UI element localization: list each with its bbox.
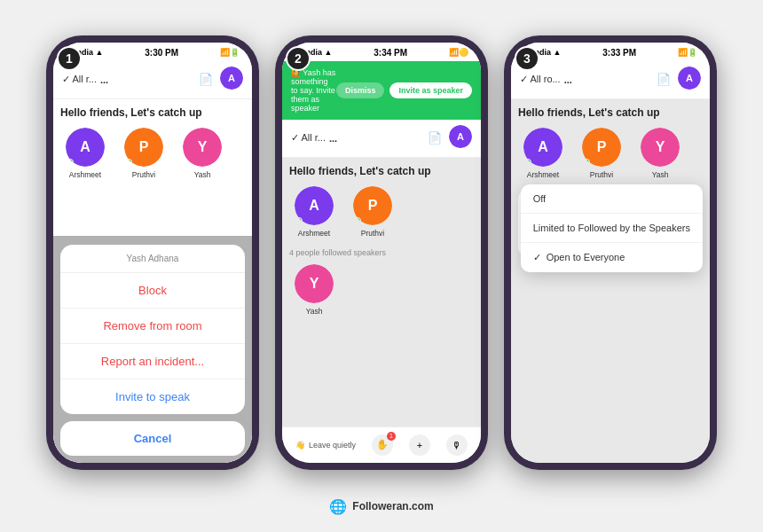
room-title-main-1: Hello friends, Let's catch up [60, 106, 245, 119]
phone-1-screen: vi India ▲ 3:30 PM 📶🔋 ✓ All r... ... 📄 A [53, 43, 252, 463]
step-badge-1: 1 [57, 46, 82, 71]
avatar: A [523, 128, 562, 167]
action-sheet-overlay-1: Yash Adhana Block Remove from room Repor… [53, 236, 252, 463]
block-action[interactable]: Block [60, 273, 245, 309]
speaker-name: Arshmeet [527, 170, 559, 179]
avatar: Y [295, 264, 334, 303]
user-avatar-1[interactable]: A [220, 66, 243, 90]
back-arrow-1[interactable]: ✓ All r... [62, 74, 97, 85]
listeners-grid-2: Y Yash [289, 264, 474, 316]
header-room-title-3: ... [564, 74, 657, 85]
phone-1-wrapper: 1 vi India ▲ 3:30 PM 📶🔋 ✓ All r... ... 📄… [46, 35, 259, 470]
phone-3: 3 vi India ▲ 3:33 PM 📶🔋 ✓ All ro... ... … [504, 35, 717, 470]
online-dot [295, 217, 303, 224]
header-icons-3: 📄 A [657, 66, 701, 93]
time-1: 3:30 PM [145, 48, 178, 58]
time-3: 3:33 PM [602, 48, 636, 58]
hand-raise-button[interactable]: ✋ 1 [372, 434, 393, 456]
invite-speak-action[interactable]: Invite to speak [60, 379, 245, 414]
list-item: Y Yash [177, 128, 227, 179]
speaker-name: Yash [306, 307, 323, 316]
mic-icon: 🎙 [452, 440, 461, 450]
leave-label: Leave quietly [309, 441, 356, 450]
phone-1: 1 vi India ▲ 3:30 PM 📶🔋 ✓ All r... ... 📄… [46, 35, 259, 470]
online-dot [125, 159, 132, 166]
add-person-button[interactable]: + [409, 434, 430, 456]
hand-icon: ✋ [376, 439, 389, 450]
online-dot [583, 159, 590, 166]
avatar: P [353, 186, 392, 225]
header-room-title-2: ... [329, 133, 428, 144]
avatar: A [66, 128, 105, 167]
invite-speaker-button[interactable]: Invite as speaker [389, 82, 472, 98]
bottom-bar-2: 👋 Leave quietly ✋ 1 + 🎙 [282, 426, 481, 463]
doc-icon-3[interactable]: 📄 [657, 73, 671, 86]
phone-3-wrapper: 3 vi India ▲ 3:33 PM 📶🔋 ✓ All ro... ... … [504, 35, 717, 470]
phones-container: 1 vi India ▲ 3:30 PM 📶🔋 ✓ All r... ... 📄… [28, 18, 735, 488]
speaker-name: Pruthvi [590, 170, 613, 179]
mic-button[interactable]: 🎙 [446, 434, 468, 456]
room-content-3: Hello friends, Let's catch up A Arshmeet… [511, 99, 710, 463]
list-item: P Pruthvi [348, 186, 397, 238]
action-sheet-1: Yash Adhana Block Remove from room Repor… [60, 245, 245, 414]
battery-3: 📶🔋 [678, 48, 697, 57]
time-2: 3:34 PM [374, 48, 407, 58]
doc-icon-2[interactable]: 📄 [428, 131, 442, 145]
notification-badge: 1 [387, 432, 396, 441]
status-bar-2: vi India ▲ 3:34 PM 📶🟡 [282, 43, 481, 61]
status-bar-3: vi India ▲ 3:33 PM 📶🔋 [511, 43, 710, 61]
cancel-button-1[interactable]: Cancel [60, 421, 245, 456]
back-arrow-2[interactable]: ✓ All r... [291, 132, 326, 144]
dropdown-item-off[interactable]: Off [521, 184, 703, 214]
dropdown-item-open-label: Open to Everyone [547, 252, 625, 262]
globe-icon: 🌐 [329, 498, 347, 515]
doc-icon-1[interactable]: 📄 [199, 73, 213, 86]
user-avatar-2[interactable]: A [449, 125, 472, 148]
list-item: Y Yash [289, 264, 339, 316]
list-item: P Pruthvi [119, 128, 169, 179]
list-item: Y Yash [635, 128, 685, 179]
dropdown-item-limited[interactable]: Limited to Followed by the Speakers [521, 214, 703, 243]
speaker-name: Pruthvi [361, 229, 384, 238]
room-title-main-3: Hello friends, Let's catch up [518, 106, 703, 119]
speakers-grid-2: A Arshmeet P Pruthvi [289, 186, 474, 238]
user-avatar-3[interactable]: A [678, 66, 701, 90]
action-sheet-title-1: Yash Adhana [60, 245, 245, 273]
step-badge-3: 3 [515, 46, 539, 71]
list-item: A Arshmeet [60, 128, 110, 179]
speaker-name: Yash [652, 170, 669, 179]
notification-buttons: Dismiss Invite as speaker [336, 82, 472, 98]
watermark: 🌐 Followeran.com [329, 498, 433, 515]
notification-bar: 🙋 Yash has something to say. Invite them… [282, 61, 481, 120]
leave-quietly-button[interactable]: 👋 Leave quietly [295, 441, 356, 450]
speaker-name: Arshmeet [69, 170, 101, 179]
section-label-2: 4 people followed speakers [289, 248, 474, 257]
dismiss-button[interactable]: Dismiss [336, 82, 385, 98]
speaker-name: Arshmeet [298, 229, 330, 238]
online-dot [524, 159, 531, 166]
avatar: P [582, 128, 621, 167]
room-content-2: Hello friends, Let's catch up A Arshmeet… [282, 158, 481, 426]
remove-action[interactable]: Remove from room [60, 309, 245, 344]
app-header-2: ✓ All r... ... 📄 A [282, 120, 481, 158]
online-dot [354, 217, 361, 224]
phone-2: 2 vi India ▲ 3:34 PM 📶🟡 🙋 Yash has somet… [275, 35, 488, 470]
app-header-3: ✓ All ro... ... 📄 A [511, 61, 710, 99]
back-arrow-3[interactable]: ✓ All ro... [520, 74, 561, 85]
avatar: Y [641, 128, 680, 167]
dropdown-item-open[interactable]: ✓ Open to Everyone [521, 243, 703, 272]
report-action[interactable]: Report an incident... [60, 344, 245, 379]
header-room-title-1: ... [100, 74, 199, 85]
speakers-grid-3: A Arshmeet P Pruthvi [518, 128, 703, 179]
speaker-name: Pruthvi [132, 170, 155, 179]
room-title-main-2: Hello friends, Let's catch up [289, 165, 474, 177]
phone-2-wrapper: 2 vi India ▲ 3:34 PM 📶🟡 🙋 Yash has somet… [275, 35, 488, 470]
speakers-grid-1: A Arshmeet P Pruthvi [60, 128, 245, 179]
notification-text: 🙋 Yash has something to say. Invite them… [291, 68, 336, 113]
step-badge-2: 2 [286, 46, 311, 71]
app-header-1: ✓ All r... ... 📄 A [53, 61, 252, 99]
header-icons-2: 📄 A [428, 125, 472, 152]
phone-3-screen: vi India ▲ 3:33 PM 📶🔋 ✓ All ro... ... 📄 … [511, 43, 710, 463]
avatar: Y [183, 128, 222, 167]
status-bar-1: vi India ▲ 3:30 PM 📶🔋 [53, 43, 252, 61]
